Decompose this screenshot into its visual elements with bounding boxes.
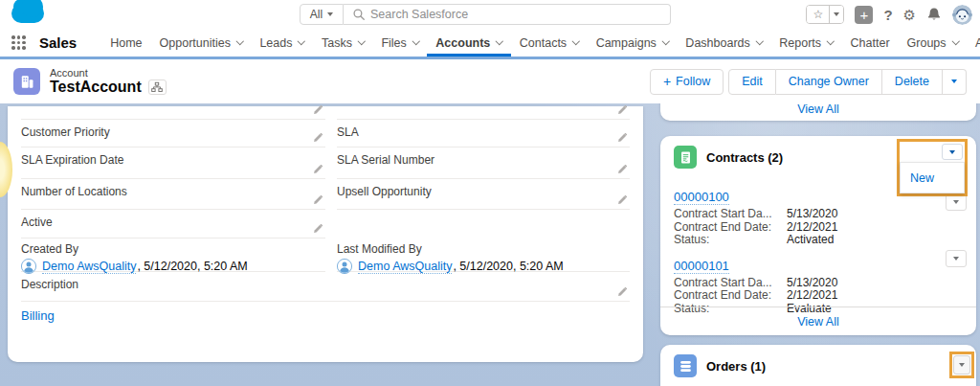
edit-pencil-icon[interactable] (616, 164, 628, 175)
orders-icon (674, 354, 697, 377)
field-label: Number of Locations (21, 179, 325, 198)
field-row-last-modified-by: Last Modified By Demo AwsQuality , 5/12/… (337, 238, 630, 272)
nav-tab-dashboards[interactable]: Dashboards (677, 29, 770, 57)
nav-tab-assets[interactable]: Assets (967, 29, 980, 57)
header-accent-line (0, 57, 980, 59)
search-input[interactable] (344, 4, 671, 25)
favorites-star-icon[interactable]: ☆ (807, 6, 829, 23)
edit-button[interactable]: Edit (728, 69, 776, 95)
nav-tab-reports[interactable]: Reports (770, 29, 841, 57)
search-icon (352, 8, 366, 21)
contract-field-label: Status: (674, 234, 787, 247)
field-row-empty (337, 210, 630, 238)
chevron-down-icon (953, 200, 959, 204)
chevron-down-icon (951, 37, 959, 45)
field-row-description: Description (21, 272, 630, 302)
chevron-down-icon (827, 37, 835, 45)
view-all-link[interactable]: View All (797, 103, 839, 116)
nav-tab-chatter[interactable]: Chatter (842, 29, 899, 57)
favorites-dropdown-button[interactable] (829, 6, 843, 23)
edit-pencil-icon[interactable] (616, 286, 628, 298)
nav-tab-accounts[interactable]: Accounts (427, 29, 510, 57)
global-header: All ☆ + ? ⚙ (0, 0, 980, 29)
edit-pencil-icon[interactable] (312, 223, 323, 235)
contracts-icon (674, 146, 697, 169)
field-label: Created By (21, 238, 325, 256)
billing-link[interactable]: Billing (21, 308, 55, 323)
notifications-bell-icon[interactable] (926, 7, 942, 22)
contract-number-link[interactable]: 00000101 (674, 259, 729, 274)
chevron-down-icon (358, 37, 366, 45)
setup-gear-icon[interactable]: ⚙ (903, 8, 916, 22)
related-card-partial: View All (660, 103, 976, 121)
nav-tab-contacts[interactable]: Contacts (511, 29, 588, 57)
help-icon[interactable]: ? (883, 7, 892, 23)
nav-tab-groups[interactable]: Groups (899, 29, 968, 57)
entity-type-label: Account (50, 67, 167, 79)
field-label: SLA Serial Number (337, 148, 630, 167)
field-label: Customer Priority (21, 120, 325, 139)
edit-pencil-icon[interactable] (616, 194, 628, 206)
contract-number-link[interactable]: 00000100 (674, 190, 729, 205)
nav-tab-opportunities[interactable]: Opportunities (151, 29, 252, 57)
follow-button[interactable]: +Follow (650, 69, 724, 95)
field-row-truncated (21, 106, 325, 120)
edit-pencil-icon[interactable] (616, 104, 628, 116)
chevron-down-icon (572, 37, 580, 45)
contracts-actions-menu: New (900, 162, 965, 193)
highlight-box-orders-dropdown (949, 352, 974, 378)
account-hierarchy-icon[interactable] (148, 79, 167, 95)
contracts-card-title: Contracts (2) (706, 150, 783, 165)
contract-field-label: Contract Start Da... (674, 208, 787, 221)
nav-tab-leads[interactable]: Leads (251, 29, 313, 57)
contract-field-value: Activated (787, 234, 834, 247)
chevron-down-icon (662, 37, 670, 45)
field-row-truncated (337, 106, 630, 120)
contract-field-label: Contract End Date: (674, 221, 787, 235)
global-search: All (300, 4, 671, 25)
app-name: Sales (39, 34, 77, 51)
field-row-upsell-opportunity: Upsell Opportunity (337, 179, 630, 210)
change-owner-button[interactable]: Change Owner (776, 69, 882, 95)
orders-card-actions-dropdown-button[interactable] (953, 355, 970, 375)
nav-tab-tasks[interactable]: Tasks (313, 29, 372, 57)
chevron-down-icon (959, 363, 965, 367)
account-entity-icon (13, 68, 40, 95)
field-label: SLA (337, 120, 630, 139)
page-header: Account TestAccount +Follow Edit Change … (0, 59, 980, 103)
edit-pencil-icon[interactable] (312, 164, 323, 175)
chevron-down-icon (298, 37, 305, 45)
field-label: Last Modified By (337, 238, 630, 256)
nav-tab-files[interactable]: Files (372, 29, 427, 57)
more-actions-dropdown-button[interactable] (943, 69, 967, 95)
nav-tab-campaigns[interactable]: Campaigns (588, 29, 678, 57)
global-actions-plus-icon[interactable]: + (855, 6, 873, 24)
contract-field-value: 2/12/2021 (787, 289, 837, 303)
orders-card-title: Orders (1) (706, 359, 766, 374)
chevron-down-icon (953, 257, 959, 261)
salesforce-logo-icon (11, 4, 44, 23)
created-datetime: , 5/12/2020, 5:20 AM (137, 260, 247, 273)
menu-item-new[interactable]: New (910, 171, 934, 185)
field-label: Upsell Opportunity (337, 179, 630, 198)
chevron-down-icon (496, 37, 503, 45)
edit-pencil-icon[interactable] (616, 132, 628, 144)
delete-button[interactable]: Delete (882, 69, 943, 95)
field-row-number-of-locations: Number of Locations (21, 179, 325, 210)
contracts-card-actions-dropdown-button[interactable] (942, 144, 963, 160)
chevron-down-icon (949, 150, 955, 154)
edit-pencil-icon[interactable] (312, 104, 323, 116)
contracts-view-all-link[interactable]: View All (797, 315, 839, 329)
user-avatar[interactable] (952, 5, 972, 25)
field-row-sla-expiration-date: SLA Expiration Date (21, 148, 325, 179)
search-scope-button[interactable]: All (300, 4, 344, 25)
chevron-down-icon (327, 12, 333, 16)
edit-pencil-icon[interactable] (312, 194, 323, 206)
nav-tab-home[interactable]: Home (101, 29, 150, 57)
contract-field-value: 5/13/2020 (787, 277, 837, 290)
contract-row-actions-dropdown-button[interactable] (946, 250, 967, 267)
edit-pencil-icon[interactable] (312, 132, 323, 144)
global-header-icons: ☆ + ? ⚙ (806, 4, 972, 25)
page-header-actions: +Follow Edit Change Owner Delete (650, 69, 967, 95)
app-launcher-icon[interactable] (11, 35, 26, 50)
